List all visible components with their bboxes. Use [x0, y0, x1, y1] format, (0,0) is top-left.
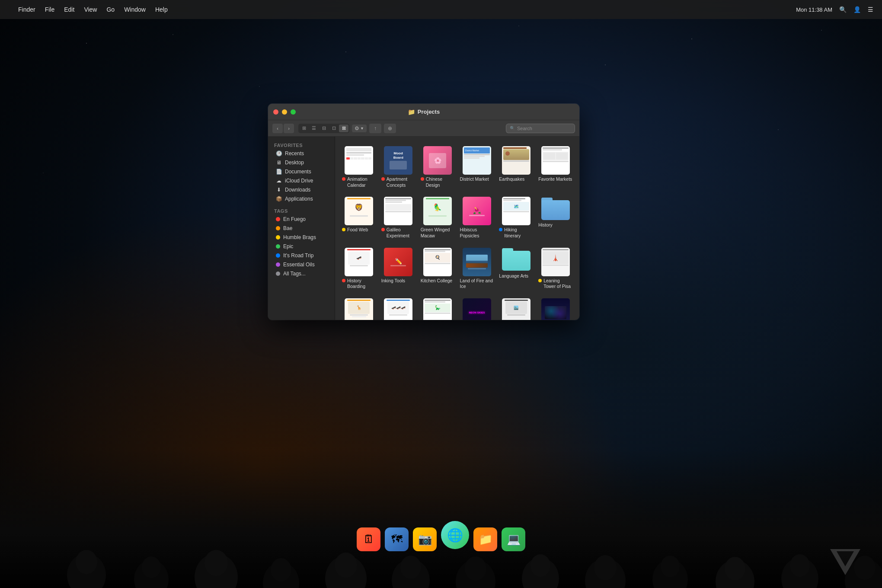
file-item-apartment-concepts[interactable]: MoodBoard Apartment Concepts [380, 144, 417, 191]
menubar: Finder File Edit View Go Window Help Mon… [0, 0, 882, 19]
window-menu[interactable]: Window [124, 6, 146, 13]
file-item-kitchen-college[interactable]: 🍳 Kitchen College [419, 245, 457, 292]
food-web-label: Food Web [342, 227, 376, 233]
dock-icon-5[interactable]: 📁 [473, 527, 497, 551]
file-item-leaning-tower[interactable]: 🗼 Leaning Tower of Pisa [537, 245, 574, 292]
road-trip-label: It's Road Trip [283, 252, 313, 259]
control-center-icon[interactable]: ☰ [868, 6, 873, 13]
edit-menu[interactable]: Edit [64, 6, 74, 13]
animation-calendar-tag [342, 177, 345, 181]
icon-view-button[interactable]: ⊞ [299, 125, 309, 132]
downloads-label: Downloads [285, 187, 310, 193]
inking-tools-label: Inking Tools [381, 278, 415, 284]
sidebar-item-applications[interactable]: 📦 Applications [270, 195, 333, 203]
leaning-tower-thumb: 🗼 [541, 248, 570, 276]
file-item-new-york[interactable]: 🏙️ New York [497, 296, 535, 320]
file-item-galileo[interactable]: Galileo Experiment [380, 194, 417, 241]
user-icon[interactable]: 👤 [853, 6, 861, 13]
file-item-earthquakes[interactable]: Earthquakes [497, 144, 535, 191]
file-item-food-web[interactable]: 🦁 Food Web [340, 194, 378, 241]
skate-parks-thumb: 🛹🛹🛹 [384, 298, 412, 320]
sidebar-item-documents[interactable]: 📄 Documents [270, 167, 333, 176]
cover-view-button[interactable]: ⊡ [329, 125, 339, 132]
sidebar-tag-humble-brags[interactable]: Humble Brags [270, 233, 333, 242]
apartment-concepts-name: Apartment Concepts [387, 176, 415, 188]
file-item-district-market[interactable]: District Market District Market [458, 144, 496, 191]
column-view-button[interactable]: ⊟ [319, 125, 329, 132]
file-item-hibiscus[interactable]: 🌺 Hibiscus Popsicles [458, 194, 496, 241]
sidebar-item-icloud[interactable]: ☁ iCloud Drive [270, 176, 333, 185]
tag-button[interactable]: ⊕ [384, 124, 396, 133]
help-menu[interactable]: Help [155, 6, 168, 13]
leaning-tower-label: Leaning Tower of Pisa [538, 278, 572, 290]
file-item-history-boarding[interactable]: 🛹 History Boarding [340, 245, 378, 292]
sidebar-tag-road-trip[interactable]: It's Road Trip [270, 251, 333, 260]
file-item-chinese-design[interactable]: 🌸 Chinese Design [419, 144, 457, 191]
favorite-markets-label: Favorite Markets [538, 176, 572, 182]
audience-area [0, 450, 882, 588]
gallery-view-button[interactable]: ⊠ [339, 125, 348, 132]
forward-button[interactable]: › [284, 124, 294, 133]
finder-menu[interactable]: Finder [18, 6, 35, 13]
sidebar-tag-en-fuego[interactable]: En Fuego [270, 215, 333, 224]
earthquakes-name: Earthquakes [499, 176, 524, 182]
back-button[interactable]: ‹ [272, 124, 283, 133]
sidebar: Favorites 🕐 Recents 🖥 Desktop 📄 Document… [268, 137, 335, 320]
sidebar-tag-bae[interactable]: Bae [270, 224, 333, 233]
history-boarding-name: History Boarding [347, 278, 376, 290]
file-item-skate-parks[interactable]: 🛹🛹🛹 Most popular Skate Parks [380, 296, 417, 320]
history-folder-thumb [541, 197, 570, 220]
file-item-mammals-africa[interactable]: 🦒 Mammals in Africa [340, 296, 378, 320]
dock-icon-6[interactable]: 💻 [502, 527, 525, 551]
sidebar-item-downloads[interactable]: ⬇ Downloads [270, 185, 333, 194]
documents-icon: 📄 [276, 169, 282, 175]
apartment-concepts-thumb: MoodBoard [384, 146, 412, 175]
file-item-land-fire-ice[interactable]: Land of Fire and Ice [458, 245, 496, 292]
go-menu[interactable]: Go [106, 6, 115, 13]
epic-dot [276, 244, 280, 249]
neon-skies-thumb [463, 298, 491, 320]
all-tags-dot [276, 272, 280, 276]
search-box[interactable]: 🔍 Search [506, 124, 575, 133]
file-item-natural-history[interactable]: 🦕 Natural History [419, 296, 457, 320]
gear-chevron: ▼ [360, 126, 364, 131]
file-item-neon-skies[interactable]: Neon Skies [458, 296, 496, 320]
dock-icon-3[interactable]: 📷 [413, 527, 437, 551]
sidebar-tag-all-tags[interactable]: All Tags... [270, 269, 333, 278]
file-item-green-macaw[interactable]: 🦜 Green Winged Macaw [419, 194, 457, 241]
sidebar-item-desktop[interactable]: 🖥 Desktop [270, 158, 333, 167]
minimize-button[interactable] [282, 109, 287, 115]
file-item-hiking[interactable]: 🗺️ Hiking Itinerary [497, 194, 535, 241]
view-menu[interactable]: View [84, 6, 97, 13]
file-item-language-arts[interactable]: Language Arts [497, 245, 535, 292]
en-fuego-label: En Fuego [283, 216, 306, 222]
sidebar-item-recents[interactable]: 🕐 Recents [270, 149, 333, 158]
file-grid: Animation Calendar MoodBoard Apartment C… [335, 137, 579, 320]
list-view-button[interactable]: ☰ [309, 125, 319, 132]
galileo-tag [381, 228, 385, 231]
file-item-inking-tools[interactable]: ✏️ Inking Tools [380, 245, 417, 292]
svg-point-11 [400, 556, 421, 579]
file-item-animation-calendar[interactable]: Animation Calendar [340, 144, 378, 191]
search-icon[interactable]: 🔍 [839, 6, 847, 13]
icloud-label: iCloud Drive [285, 178, 313, 184]
svg-point-3 [142, 556, 161, 578]
file-item-favorite-markets[interactable]: Favorite Markets [537, 144, 574, 191]
close-button[interactable] [273, 109, 278, 115]
dock-icon-1[interactable]: 🗓 [357, 527, 380, 551]
kitchen-college-thumb: 🍳 [423, 248, 452, 276]
file-item-history-folder[interactable]: History [537, 194, 574, 241]
sidebar-tag-essential-oils[interactable]: Essential Oils [270, 260, 333, 269]
gear-button[interactable]: ⚙ ▼ [352, 125, 367, 132]
dock-icon-2[interactable]: 🗺 [385, 527, 409, 551]
maximize-button[interactable] [291, 109, 296, 115]
dock: 🗓 🗺 📷 🌐 📁 💻 [357, 521, 525, 551]
land-fire-ice-label: Land of Fire and Ice [460, 278, 494, 290]
bae-dot [276, 226, 280, 230]
file-menu[interactable]: File [45, 6, 55, 13]
dock-icon-4[interactable]: 🌐 [441, 521, 469, 549]
humble-brags-label: Humble Brags [283, 234, 316, 240]
sidebar-tag-epic[interactable]: Epic [270, 242, 333, 251]
file-item-night-sky[interactable]: Night Sky [537, 296, 574, 320]
share-button[interactable]: ↑ [369, 124, 381, 133]
